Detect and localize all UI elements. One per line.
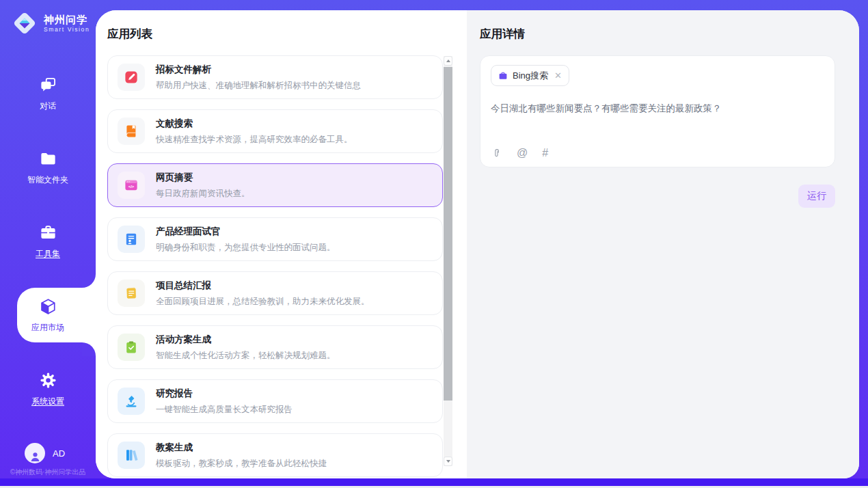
app-card[interactable]: 产品经理面试官 明确身份和职责，为您提供专业性的面试问题。 — [107, 217, 443, 261]
browser-code-icon: </> — [118, 172, 145, 199]
copyright: ©神州数码·神州问学出品 — [0, 467, 96, 477]
folder-icon — [39, 150, 57, 168]
app-card[interactable]: 项目总结汇报 全面回顾项目进展，总结经验教训，助力未来优化发展。 — [107, 271, 443, 315]
tag-close-icon[interactable]: ✕ — [554, 70, 562, 81]
sidebar-item-market[interactable]: 应用市场 — [0, 278, 96, 352]
tool-tag[interactable]: Bing搜索 ✕ — [491, 65, 569, 86]
chat-icon — [39, 76, 57, 94]
hash-icon[interactable]: # — [542, 148, 548, 159]
app-card-desc: 帮助用户快速、准确地理解和解析招标书中的关键信息 — [156, 80, 361, 92]
app-card-desc: 智能生成个性化活动方案，轻松解决规划难题。 — [156, 350, 336, 362]
paperclip-icon[interactable] — [491, 148, 502, 159]
sidebar: 神州问学 Smart Vision 对话 智能文件夹 工具集 应用市场 系统设置… — [0, 0, 96, 478]
run-row: 运行 — [480, 185, 835, 208]
content-frame: 应用列表 招标文件解析 帮助用户快速、准确地理解和解析招标书中的关键信息 文献搜… — [96, 10, 859, 478]
sidebar-item-tools[interactable]: 工具集 — [0, 204, 96, 278]
app-list-pane: 应用列表 招标文件解析 帮助用户快速、准确地理解和解析招标书中的关键信息 文献搜… — [96, 10, 467, 478]
brand-subtitle: Smart Vision — [44, 26, 90, 33]
app-card[interactable]: 招标文件解析 帮助用户快速、准确地理解和解析招标书中的关键信息 — [107, 55, 443, 99]
app-detail-title: 应用详情 — [480, 27, 835, 40]
cube-icon — [39, 297, 57, 316]
sidebar-item-label: 工具集 — [36, 248, 60, 260]
scroll-down-button[interactable] — [444, 457, 452, 466]
microscope-icon — [118, 388, 145, 415]
app-card-name: 产品经理面试官 — [156, 226, 336, 238]
brand-text: 神州问学 Smart Vision — [44, 14, 90, 33]
app-list-title: 应用列表 — [107, 27, 467, 40]
tool-tag-label: Bing搜索 — [513, 70, 548, 82]
bubble-curve-top — [82, 274, 96, 288]
brand-diamond-icon — [10, 9, 39, 38]
app-detail-pane: 应用详情 Bing搜索 ✕ 今日湖北有哪些新闻要点？有哪些需要关注的最新政策？ … — [467, 10, 859, 478]
briefcase-icon — [39, 223, 57, 242]
bottom-accent-bar — [0, 478, 868, 486]
doc-person-icon — [118, 226, 145, 253]
app-window: 神州问学 Smart Vision 对话 智能文件夹 工具集 应用市场 系统设置… — [0, 0, 868, 488]
app-card-desc: 一键智能生成高质量长文本研究报告 — [156, 404, 293, 416]
triangle-up-icon — [446, 59, 450, 62]
sidebar-item-label: 应用市场 — [31, 322, 64, 334]
prompt-card: Bing搜索 ✕ 今日湖北有哪些新闻要点？有哪些需要关注的最新政策？ @# — [480, 55, 835, 167]
sidebar-nav: 对话 智能文件夹 工具集 应用市场 系统设置 — [0, 57, 96, 426]
user-chip[interactable]: AD — [25, 443, 65, 463]
app-card-name: 网页摘要 — [156, 172, 250, 184]
briefcase-icon — [498, 71, 508, 81]
app-card-name: 项目总结汇报 — [156, 280, 370, 292]
avatar[interactable] — [25, 443, 45, 463]
app-card-desc: 模板驱动，教案秒成，教学准备从此轻松快捷 — [156, 458, 327, 470]
user-initials: AD — [53, 448, 65, 459]
app-card[interactable]: 研究报告 一键智能生成高质量长文本研究报告 — [107, 379, 443, 423]
pen-square-icon — [118, 64, 145, 91]
scroll-up-button[interactable] — [444, 56, 452, 66]
app-card-name: 研究报告 — [156, 388, 293, 400]
app-card-desc: 每日政府新闻资讯快查。 — [156, 188, 250, 200]
sidebar-item-chat[interactable]: 对话 — [0, 57, 96, 131]
mention-icon[interactable]: @ — [517, 148, 528, 159]
triangle-down-icon — [446, 460, 450, 463]
brand-name: 神州问学 — [44, 14, 90, 25]
clipboard-check-icon — [118, 334, 145, 361]
sidebar-item-folders[interactable]: 智能文件夹 — [0, 131, 96, 204]
scrollbar[interactable] — [444, 56, 452, 466]
app-card-name: 文献搜索 — [156, 118, 353, 130]
book-icon — [118, 118, 145, 145]
app-card-name: 教案生成 — [156, 442, 327, 454]
sidebar-item-settings[interactable]: 系统设置 — [0, 352, 96, 426]
books-icon — [118, 442, 145, 469]
app-card[interactable]: 教案生成 模板驱动，教案秒成，教学准备从此轻松快捷 — [107, 433, 443, 477]
sidebar-item-label: 智能文件夹 — [27, 174, 68, 186]
app-card-desc: 明确身份和职责，为您提供专业性的面试问题。 — [156, 242, 336, 254]
brand-logo: 神州问学 Smart Vision — [10, 9, 90, 38]
app-card[interactable]: 文献搜索 快速精准查找学术资源，提高研究效率的必备工具。 — [107, 109, 443, 153]
app-card-desc: 全面回顾项目进展，总结经验教训，助力未来优化发展。 — [156, 296, 370, 308]
svg-text:</>: </> — [128, 185, 135, 189]
note-icon — [118, 280, 145, 307]
run-button[interactable]: 运行 — [798, 185, 835, 208]
gear-icon — [39, 371, 57, 390]
prompt-input[interactable]: 今日湖北有哪些新闻要点？有哪些需要关注的最新政策？ — [491, 102, 824, 115]
sidebar-item-label: 对话 — [40, 100, 56, 112]
app-card[interactable]: 活动方案生成 智能生成个性化活动方案，轻松解决规划难题。 — [107, 325, 443, 369]
attachment-toolbar: @# — [491, 148, 548, 159]
app-card-name: 活动方案生成 — [156, 334, 336, 346]
app-card[interactable]: </> 网页摘要 每日政府新闻资讯快查。 — [107, 163, 443, 207]
app-card-list: 招标文件解析 帮助用户快速、准确地理解和解析招标书中的关键信息 文献搜索 快速精… — [107, 55, 443, 477]
scrollbar-thumb[interactable] — [444, 67, 452, 401]
sidebar-item-label: 系统设置 — [31, 396, 64, 407]
app-card-name: 招标文件解析 — [156, 64, 361, 76]
app-card-desc: 快速精准查找学术资源，提高研究效率的必备工具。 — [156, 134, 353, 146]
